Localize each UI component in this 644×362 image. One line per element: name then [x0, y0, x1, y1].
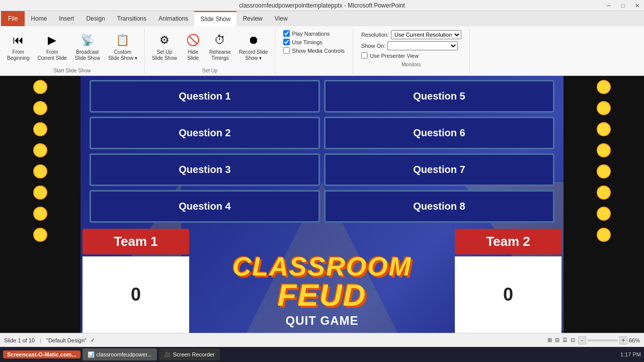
use-timings-checkbox[interactable]: Use Timings: [283, 39, 345, 45]
decoration-circle: [33, 186, 47, 200]
monitors-group-label: Monitors: [401, 62, 421, 67]
close-button[interactable]: ✕: [630, 0, 644, 11]
team2-score: 0: [455, 256, 561, 333]
custom-slideshow-button[interactable]: 📋 CustomSlide Show ▾: [105, 30, 140, 63]
taskbar-powerpoint-app[interactable]: 📊 classroomfeudpower...: [83, 348, 157, 360]
decoration-circle: [33, 101, 47, 115]
feud-text: FEUD: [278, 280, 367, 311]
resolution-select[interactable]: Use Current Resolution: [391, 30, 461, 39]
team1-panel: Team 1 0: [80, 227, 191, 333]
start-slideshow-group-label: Start Slide Show: [53, 68, 91, 73]
decoration-circle: [597, 228, 611, 242]
use-timings-label: Use Timings: [292, 39, 323, 45]
resolution-row: Resolution: Use Current Resolution: [361, 30, 461, 39]
team1-score: 0: [83, 256, 189, 333]
show-media-controls-checkbox[interactable]: Show Media Controls: [283, 47, 345, 54]
status-sep1: |: [40, 337, 41, 343]
zoom-level: 66%: [629, 337, 640, 343]
tab-insert[interactable]: Insert: [53, 11, 80, 26]
taskbar-screenrecorder-app[interactable]: 🎥 Screen Recorder: [159, 348, 220, 360]
decoration-circle: [33, 228, 47, 242]
powerpoint-icon: 📊: [88, 351, 95, 358]
tab-home[interactable]: Home: [25, 11, 53, 26]
show-on-select[interactable]: [387, 41, 458, 50]
zoom-slider[interactable]: [588, 339, 618, 341]
window-title: classroomfeudpowerpointtemplatepptx - Mi…: [239, 2, 405, 9]
maximize-button[interactable]: □: [616, 0, 630, 11]
zoom-out-button[interactable]: -: [578, 336, 586, 344]
question-btn-5[interactable]: Question 5: [324, 80, 554, 113]
play-narrations-checkbox[interactable]: Play Narrations: [283, 30, 345, 37]
decoration-circle: [597, 143, 611, 157]
status-bar: Slide 1 of 10 | "Default Design" ✓ ⊞ ⊟ ☰…: [0, 333, 644, 347]
presenter-view-label: Use Presenter View: [370, 53, 419, 59]
tab-animations[interactable]: Animations: [152, 11, 194, 26]
bottom-section: Team 1 0 CLASSROOM FEUD QUIT GAME Team 2…: [80, 227, 564, 333]
decoration-circle: [597, 101, 611, 115]
taskbar: Screencast-O-Matic.com... 📊 classroomfeu…: [0, 347, 644, 362]
question-btn-2[interactable]: Question 2: [90, 117, 320, 149]
record-icon: ⏺: [246, 32, 262, 48]
show-media-label: Show Media Controls: [292, 48, 345, 54]
setup-slideshow-button[interactable]: ⚙ Set UpSlide Show: [149, 30, 180, 63]
hide-slide-label: HideSlide: [188, 49, 199, 61]
app-window: classroomfeudpowerpointtemplatepptx - Mi…: [0, 0, 644, 362]
show-media-input[interactable]: [283, 47, 290, 54]
from-beginning-button[interactable]: ⏮ FromBeginning: [4, 30, 32, 63]
presenter-view-checkbox[interactable]: Use Presenter View: [361, 52, 461, 59]
from-beginning-label: FromBeginning: [7, 49, 29, 61]
ribbon-content: ⏮ FromBeginning ▶ FromCurrent Slide 📡 Br…: [0, 26, 644, 75]
from-current-slide-button[interactable]: ▶ FromCurrent Slide: [34, 30, 69, 63]
custom-slideshow-icon: 📋: [115, 32, 131, 48]
play-from-current-icon: ▶: [44, 32, 60, 48]
broadcast-button[interactable]: 📡 BroadcastSlide Show: [72, 30, 103, 63]
zoom-icon-normal[interactable]: ⊡: [571, 337, 575, 343]
decoration-circle: [597, 80, 611, 94]
decoration-circle: [597, 207, 611, 221]
hide-slide-icon: 🚫: [185, 32, 201, 48]
zoom-icon-fit[interactable]: ⊞: [547, 337, 552, 343]
play-from-beginning-icon: ⏮: [10, 32, 26, 48]
question-btn-3[interactable]: Question 3: [90, 153, 320, 186]
taskbar-time: 1:17 PM: [620, 351, 641, 357]
theme-name: "Default Design": [46, 337, 87, 343]
center-logo: CLASSROOM FEUD QUIT GAME: [191, 227, 453, 333]
zoom-in-button[interactable]: +: [619, 336, 627, 344]
zoom-icon-grid[interactable]: ⊟: [555, 337, 559, 343]
setup-icon: ⚙: [156, 32, 173, 48]
question-btn-7[interactable]: Question 7: [324, 153, 554, 186]
play-narrations-input[interactable]: [283, 30, 290, 37]
setup-buttons: ⚙ Set UpSlide Show 🚫 HideSlide ⏱ Rehears…: [149, 28, 271, 67]
quit-game-button[interactable]: QUIT GAME: [276, 311, 369, 331]
question-btn-4[interactable]: Question 4: [90, 190, 320, 223]
tab-design[interactable]: Design: [80, 11, 111, 26]
tab-slideshow[interactable]: Slide Show: [194, 11, 236, 26]
tab-review[interactable]: Review: [236, 11, 268, 26]
team1-label: Team 1: [83, 229, 189, 254]
decoration-circle: [33, 80, 47, 94]
minimize-button[interactable]: ─: [602, 0, 616, 11]
tab-file[interactable]: File: [1, 11, 25, 26]
question-grid: Question 1 Question 5 Question 2 Questio…: [80, 76, 564, 227]
hide-slide-button[interactable]: 🚫 HideSlide: [182, 30, 204, 63]
decoration-circle: [33, 164, 47, 178]
use-timings-input[interactable]: [283, 39, 290, 45]
rehearse-timings-button[interactable]: ⏱ RehearseTimings: [206, 30, 234, 63]
slide-info: Slide 1 of 10: [4, 337, 35, 343]
screencast-brand[interactable]: Screencast-O-Matic.com...: [3, 350, 80, 358]
record-slideshow-button[interactable]: ⏺ Record SlideShow ▾: [236, 30, 271, 63]
zoom-control: - + 66%: [578, 336, 640, 344]
question-btn-1[interactable]: Question 1: [90, 80, 320, 113]
tab-view[interactable]: View: [269, 11, 294, 26]
record-label: Record SlideShow ▾: [239, 49, 268, 61]
options-checkboxes: Play Narrations Use Timings Show Media C…: [279, 28, 349, 56]
question-btn-6[interactable]: Question 6: [324, 117, 554, 149]
custom-slideshow-label: CustomSlide Show ▾: [108, 49, 137, 61]
presenter-view-input[interactable]: [361, 52, 368, 59]
classroom-text: CLASSROOM: [232, 253, 412, 280]
ribbon-group-start-slideshow: ⏮ FromBeginning ▶ FromCurrent Slide 📡 Br…: [0, 28, 145, 73]
zoom-icon-list[interactable]: ☰: [562, 337, 568, 343]
tab-transitions[interactable]: Transitions: [111, 11, 152, 26]
decoration-circle: [597, 164, 611, 178]
question-btn-8[interactable]: Question 8: [324, 190, 554, 223]
